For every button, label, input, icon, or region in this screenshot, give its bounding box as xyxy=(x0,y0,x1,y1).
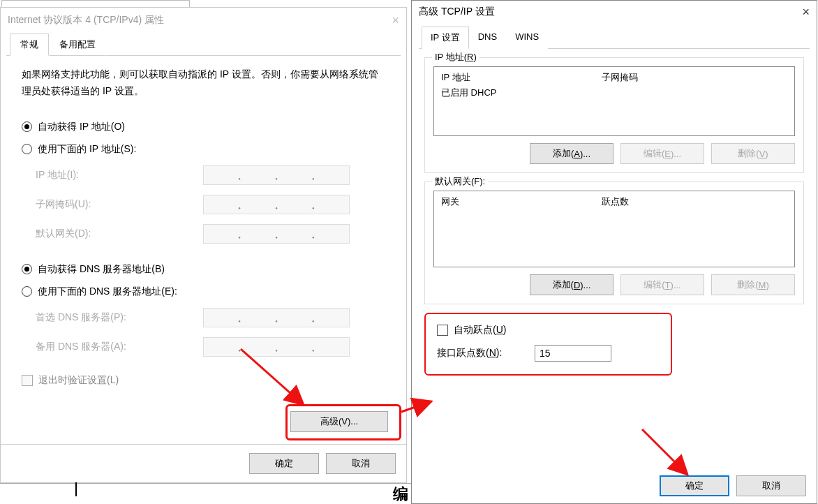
page-caption-fragment: 编 xyxy=(0,483,411,504)
group-gateways: 默认网关(F): 网关 跃点数 添加(D)... 编辑(T)... 删除(M) xyxy=(424,181,804,304)
gateway-list[interactable]: 网关 跃点数 xyxy=(433,191,795,267)
tab-alternate-config[interactable]: 备用配置 xyxy=(49,34,106,56)
advanced-title: 高级 TCP/IP 设置 xyxy=(419,6,495,18)
radio-auto-dns-label: 自动获得 DNS 服务器地址(B) xyxy=(38,263,165,276)
ipv4-tabs: 常规 备用配置 xyxy=(6,33,401,56)
tab-wins-label: WINS xyxy=(515,31,539,42)
tab-general-label: 常规 xyxy=(20,39,38,50)
auto-metric-label: 自动跃点(U) xyxy=(454,324,506,336)
advanced-tabs: IP 设置 DNS WINS xyxy=(419,26,810,49)
group-ip-addresses: IP 地址(R) IP 地址 子网掩码 已启用 DHCP 添加(A)... 编辑… xyxy=(424,57,804,173)
radio-manual-ip[interactable]: 使用下面的 IP 地址(S): xyxy=(22,143,385,156)
tab-ip-settings-label: IP 设置 xyxy=(431,32,460,43)
radio-icon xyxy=(22,286,32,297)
advanced-tcpip-dialog: 高级 TCP/IP 设置 × IP 设置 DNS WINS IP 地址(R) I… xyxy=(411,0,817,504)
group-ip-addresses-label: IP 地址(R) xyxy=(432,51,479,64)
page-caption-text: 编 xyxy=(393,485,408,503)
auto-metric-checkbox[interactable]: 自动跃点(U) xyxy=(437,324,660,336)
validate-on-exit[interactable]: 退出时验证设置(L) xyxy=(22,374,385,387)
ip-list-col-ip: IP 地址 xyxy=(441,71,602,84)
ok-button[interactable]: 确定 xyxy=(660,475,729,496)
tab-dns[interactable]: DNS xyxy=(469,27,506,49)
ok-button[interactable]: 确定 xyxy=(249,453,319,474)
gateway-input: ●●● xyxy=(203,224,350,244)
advanced-button[interactable]: 高级(V)... xyxy=(290,411,388,432)
advanced-button-label: 高级(V)... xyxy=(320,415,358,428)
ok-button-label: 确定 xyxy=(685,480,704,492)
radio-auto-ip-label: 自动获得 IP 地址(O) xyxy=(38,121,125,133)
checkbox-icon xyxy=(437,325,448,336)
ip-address-input: ●●● xyxy=(203,165,350,185)
checkbox-icon xyxy=(22,375,33,386)
gateway-list-col-gw: 网关 xyxy=(441,195,602,208)
gateway-list-col-metric: 跃点数 xyxy=(602,195,787,208)
ipv4-bottom-bar: 确定 取消 xyxy=(1,444,406,482)
ipv4-description: 如果网络支持此功能，则可以获取自动指派的 IP 设置。否则，你需要从网络系统管理… xyxy=(22,66,385,100)
alt-dns-input: ●●● xyxy=(203,337,350,357)
close-icon[interactable]: × xyxy=(392,13,399,28)
ipv4-titlebar: Internet 协议版本 4 (TCP/IPv4) 属性 × xyxy=(1,8,406,33)
radio-manual-dns-label: 使用下面的 DNS 服务器地址(E): xyxy=(38,286,177,298)
radio-manual-ip-label: 使用下面的 IP 地址(S): xyxy=(38,143,136,156)
ok-button-label: 确定 xyxy=(275,457,293,470)
validate-on-exit-label: 退出时验证设置(L) xyxy=(38,374,119,387)
radio-icon xyxy=(22,144,32,154)
interface-metric-label: 接口跃点数(N): xyxy=(437,347,535,360)
close-icon[interactable]: × xyxy=(802,5,810,20)
radio-icon xyxy=(22,121,32,132)
add-ip-button[interactable]: 添加(A)... xyxy=(530,143,614,164)
radio-auto-dns[interactable]: 自动获得 DNS 服务器地址(B) xyxy=(22,263,385,276)
delete-ip-button[interactable]: 删除(V) xyxy=(711,143,795,164)
subnet-mask-label: 子网掩码(U): xyxy=(22,198,203,211)
radio-auto-ip[interactable]: 自动获得 IP 地址(O) xyxy=(22,121,385,133)
advanced-bottom-bar: 确定 取消 xyxy=(412,468,817,503)
ipv4-properties-dialog: Internet 协议版本 4 (TCP/IPv4) 属性 × 常规 备用配置 … xyxy=(0,7,407,483)
tab-alternate-label: 备用配置 xyxy=(59,39,96,50)
delete-gateway-button[interactable]: 删除(M) xyxy=(711,274,795,295)
tab-general[interactable]: 常规 xyxy=(10,34,49,56)
cancel-button-label: 取消 xyxy=(762,480,780,492)
cancel-button-label: 取消 xyxy=(352,457,370,470)
subnet-mask-input: ●●● xyxy=(203,195,350,214)
interface-metric-input[interactable] xyxy=(535,345,611,362)
ip-address-label: IP 地址(I): xyxy=(22,169,203,181)
edit-gateway-button[interactable]: 编辑(T)... xyxy=(620,274,704,295)
ip-list-col-mask: 子网掩码 xyxy=(602,71,787,84)
radio-icon xyxy=(22,264,32,274)
cancel-button[interactable]: 取消 xyxy=(326,453,396,474)
advanced-titlebar: 高级 TCP/IP 设置 × xyxy=(412,1,817,23)
radio-manual-dns[interactable]: 使用下面的 DNS 服务器地址(E): xyxy=(22,286,385,298)
alt-dns-label: 备用 DNS 服务器(A): xyxy=(22,341,203,353)
tab-ip-settings[interactable]: IP 设置 xyxy=(422,27,469,49)
ip-address-list[interactable]: IP 地址 子网掩码 已启用 DHCP xyxy=(433,66,795,136)
cancel-button[interactable]: 取消 xyxy=(736,475,806,496)
gateway-label: 默认网关(D): xyxy=(22,228,203,240)
ipv4-title: Internet 协议版本 4 (TCP/IPv4) 属性 xyxy=(8,14,164,27)
ip-list-row[interactable]: 已启用 DHCP xyxy=(441,87,787,99)
tab-wins[interactable]: WINS xyxy=(506,27,548,49)
group-gateways-label: 默认网关(F): xyxy=(432,175,488,188)
add-gateway-button[interactable]: 添加(D)... xyxy=(530,274,614,295)
preferred-dns-label: 首选 DNS 服务器(P): xyxy=(22,311,203,324)
edit-ip-button[interactable]: 编辑(E)... xyxy=(620,143,704,164)
tab-dns-label: DNS xyxy=(478,31,497,42)
preferred-dns-input: ●●● xyxy=(203,308,350,327)
group-interface-metric: 自动跃点(U) 接口跃点数(N): xyxy=(424,313,672,376)
